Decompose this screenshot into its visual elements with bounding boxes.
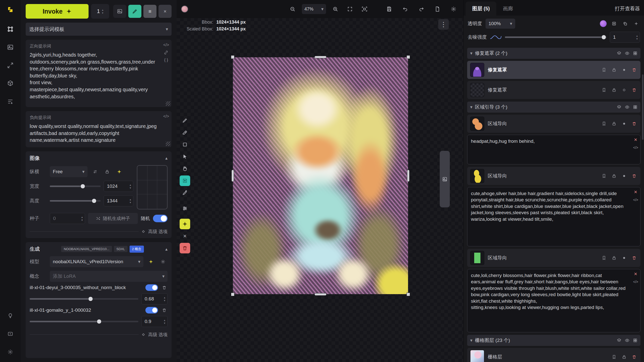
- fit-bbox-button[interactable]: [359, 4, 370, 14]
- optimize-size-button[interactable]: [115, 167, 124, 176]
- duplicate-icon[interactable]: [621, 20, 629, 27]
- eye-icon[interactable]: [625, 51, 629, 56]
- eraser-tool-button[interactable]: [180, 127, 190, 138]
- delete-layer-button[interactable]: [631, 255, 637, 261]
- layer-thumbnail[interactable]: [470, 169, 484, 183]
- visibility-dot-icon[interactable]: [621, 120, 627, 127]
- regional-prompt-text[interactable]: cute,loli,cherry blossoms,hair flower,pi…: [471, 272, 628, 311]
- delete-layer-button[interactable]: [631, 87, 637, 93]
- prompt-template-select[interactable]: 选择提示词模板 ▾: [26, 23, 172, 36]
- delete-layer-button[interactable]: [631, 354, 637, 360]
- bbox-handle-top-right[interactable]: [407, 55, 410, 59]
- collapse-icon[interactable]: ▴: [165, 155, 168, 161]
- zoom-in-button[interactable]: [330, 4, 341, 14]
- lock-icon[interactable]: [611, 173, 617, 179]
- visibility-dot-icon[interactable]: [621, 173, 627, 179]
- tool-settings-button[interactable]: [180, 203, 190, 214]
- auto-mask-button[interactable]: [180, 219, 190, 229]
- lock-icon[interactable]: [611, 120, 617, 127]
- queue-count-stepper[interactable]: 1 ▴▾: [91, 4, 109, 19]
- opacity-select[interactable]: 100% ▾: [486, 19, 515, 29]
- grid-icon[interactable]: [633, 51, 637, 56]
- brush-color-swatch[interactable]: [181, 6, 188, 13]
- bookmark-icon[interactable]: [611, 354, 617, 360]
- delete-prompt-button[interactable]: ×: [634, 189, 637, 195]
- lock-icon[interactable]: [621, 354, 627, 360]
- regional-prompt-box[interactable]: cute,loli,cherry blossoms,hair flower,pi…: [467, 269, 640, 332]
- layer-row-inpaint-mask[interactable]: 修复遮罩: [467, 61, 640, 79]
- bookmark-icon[interactable]: [601, 67, 607, 73]
- draw-mode-button[interactable]: [128, 5, 141, 18]
- layer-row-inpaint-mask[interactable]: 修复遮罩: [467, 81, 640, 99]
- layer-thumbnail[interactable]: [470, 117, 484, 131]
- section-raster-layers[interactable]: ▾ 栅格图层 (23 个): [467, 335, 640, 346]
- resize-grip[interactable]: [166, 142, 170, 146]
- model-settings-button[interactable]: [158, 257, 168, 266]
- bbox-handle-left[interactable]: [231, 170, 234, 182]
- visibility-dot-icon[interactable]: [621, 255, 627, 261]
- collapse-icon[interactable]: ▴: [165, 246, 168, 252]
- layer-row-regional-guidance[interactable]: 区域导向: [467, 167, 640, 185]
- layer-thumbnail[interactable]: [470, 63, 484, 77]
- section-inpaint-masks[interactable]: ▾ 修复遮罩 (2 个): [467, 48, 640, 59]
- bookmark-icon[interactable]: [601, 173, 607, 179]
- eye-icon[interactable]: [625, 105, 629, 109]
- eyedropper-tool-button[interactable]: [180, 188, 190, 198]
- width-stepper[interactable]: 1024 ▴▾: [104, 181, 133, 192]
- height-stepper[interactable]: 1344 ▴▾: [104, 195, 133, 206]
- invoke-button[interactable]: Invoke: [26, 4, 89, 19]
- section-regional-guidance[interactable]: ▾ 区域引导 (3 个): [467, 102, 640, 113]
- save-canvas-button[interactable]: [384, 4, 394, 14]
- delete-prompt-button[interactable]: ×: [634, 271, 637, 277]
- layers-icon[interactable]: [617, 105, 621, 109]
- menu-button[interactable]: ≡: [143, 5, 156, 18]
- delete-prompt-button[interactable]: ×: [634, 137, 637, 143]
- resize-grip[interactable]: [166, 101, 170, 106]
- rail-tab-workflows[interactable]: [5, 24, 16, 35]
- layers-icon[interactable]: [617, 51, 621, 56]
- code-icon[interactable]: </>: [163, 43, 169, 47]
- positive-prompt-input[interactable]: 2girls,yuri,hug,heads together, outdoors…: [30, 52, 168, 100]
- random-seed-toggle[interactable]: [153, 215, 168, 222]
- lora-weight-slider[interactable]: [30, 298, 138, 300]
- layer-row-regional-guidance[interactable]: 区域导向: [467, 115, 640, 133]
- lora-weight-slider[interactable]: [30, 321, 138, 322]
- delete-layer-button[interactable]: [631, 67, 637, 73]
- bookmark-icon[interactable]: [601, 87, 607, 93]
- model-sparkle-button[interactable]: [146, 257, 155, 266]
- lock-icon[interactable]: [611, 67, 617, 73]
- bookmark-icon[interactable]: [601, 255, 607, 261]
- undo-button[interactable]: [400, 4, 411, 14]
- frame-image-icon[interactable]: [610, 20, 618, 27]
- aspect-select[interactable]: Free ▾: [50, 166, 88, 177]
- code-icon[interactable]: </>: [633, 198, 638, 202]
- denoise-stepper[interactable]: 1 ▴▾: [610, 32, 640, 43]
- height-slider[interactable]: [50, 200, 101, 202]
- mask-color-swatch[interactable]: [600, 20, 607, 27]
- bbox-handle-top[interactable]: [314, 56, 327, 58]
- lock-icon[interactable]: [611, 87, 617, 93]
- pan-tool-button[interactable]: [180, 163, 190, 174]
- tab-layers[interactable]: 图层 (5): [466, 2, 496, 16]
- panel-scrollbar[interactable]: [642, 74, 643, 140]
- rect-tool-button[interactable]: [180, 139, 190, 150]
- help-bulb-icon[interactable]: [5, 310, 16, 321]
- redo-button[interactable]: [416, 4, 427, 14]
- lock-aspect-button[interactable]: [103, 167, 112, 176]
- denoise-slider[interactable]: [505, 36, 607, 38]
- brush-tool-button[interactable]: [180, 115, 190, 126]
- rail-tab-canvas[interactable]: [5, 42, 16, 53]
- settings-gear-icon[interactable]: [5, 346, 16, 357]
- delete-button[interactable]: [180, 243, 190, 253]
- advanced-options-link[interactable]: 高级 选项: [148, 229, 168, 235]
- canvas-viewport[interactable]: 47% ▾: [177, 0, 463, 362]
- zoom-out-button[interactable]: [287, 4, 298, 14]
- layer-row-raster[interactable]: 栅格层: [467, 348, 640, 362]
- regional-prompt-text[interactable]: cute,ahoge,silver hair,blue hair,gradien…: [471, 190, 628, 222]
- open-viewer-button[interactable]: 打开查看器: [615, 2, 640, 16]
- layer-thumbnail[interactable]: [470, 83, 484, 97]
- layer-thumbnail[interactable]: [470, 251, 484, 265]
- video-tutorials-icon[interactable]: [5, 328, 16, 339]
- bbox-handle-bottom[interactable]: [314, 293, 327, 296]
- bbox-handle-bottom-left[interactable]: [231, 293, 234, 296]
